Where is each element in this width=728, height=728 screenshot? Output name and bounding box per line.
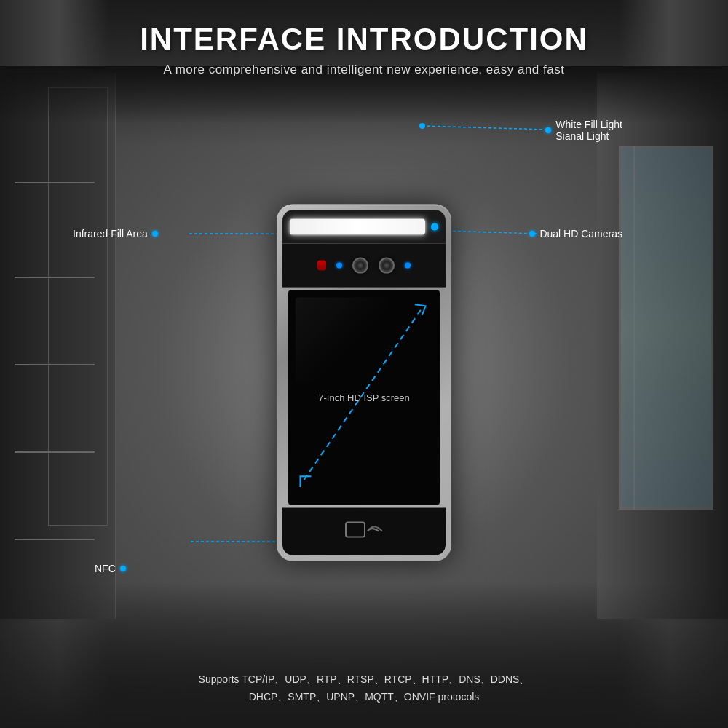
header: INTERFACE INTRODUCTION A more comprehens… bbox=[140, 0, 588, 77]
annotation-dot bbox=[120, 566, 126, 571]
ir-dots-right bbox=[405, 263, 411, 269]
page-title: INTERFACE INTRODUCTION bbox=[140, 22, 588, 57]
white-fill-light-label: White Fill Light bbox=[555, 119, 622, 130]
ir-dot bbox=[336, 263, 342, 269]
main-content: INTERFACE INTRODUCTION A more comprehens… bbox=[0, 0, 728, 728]
annotation-nfc: NFC bbox=[95, 563, 126, 574]
device: 7-Inch HD ISP screen bbox=[277, 205, 451, 561]
annotation-infrared: Infrared Fill Area bbox=[73, 228, 158, 240]
nfc-symbol-svg bbox=[342, 515, 386, 548]
screen-label: 7-Inch HD ISP screen bbox=[318, 392, 409, 403]
light-bar-container bbox=[282, 210, 446, 244]
footer-line1: Supports TCP/IP、UDP、RTP、RTSP、RTCP、HTTP、D… bbox=[199, 671, 530, 689]
signal-light bbox=[431, 223, 438, 231]
annotation-dual-cameras: Dual HD Cameras bbox=[529, 228, 622, 240]
annotation-dot bbox=[529, 231, 535, 237]
diagram-area: 7-Inch HD ISP screen White Fill Light Si… bbox=[36, 84, 692, 652]
annotation-dot bbox=[545, 127, 551, 133]
main-screen: 7-Inch HD ISP screen bbox=[288, 290, 440, 505]
camera-lens-left bbox=[352, 258, 368, 274]
footer: Supports TCP/IP、UDP、RTP、RTSP、RTCP、HTTP、D… bbox=[199, 671, 530, 706]
svg-line-0 bbox=[422, 126, 546, 130]
white-fill-light bbox=[290, 219, 425, 235]
svg-point-1 bbox=[419, 123, 425, 129]
infrared-fill-label: Infrared Fill Area bbox=[73, 228, 148, 240]
footer-line2: DHCP、SMTP、UPNP、MQTT、ONVIF protocols bbox=[199, 689, 530, 706]
dual-cameras-label: Dual HD Cameras bbox=[539, 228, 622, 240]
signal-light-label: Sianal Light bbox=[555, 130, 609, 142]
ir-dot bbox=[405, 263, 411, 269]
svg-rect-9 bbox=[346, 523, 365, 537]
annotation-dot bbox=[152, 231, 158, 237]
camera-area bbox=[282, 244, 446, 288]
ir-dots-left bbox=[336, 263, 342, 269]
camera-lens-right bbox=[379, 258, 395, 274]
annotation-white-fill-light: White Fill Light Sianal Light bbox=[545, 119, 622, 142]
red-indicator bbox=[317, 261, 326, 271]
page-subtitle: A more comprehensive and intelligent new… bbox=[140, 63, 588, 77]
nfc-area bbox=[282, 508, 446, 555]
nfc-label: NFC bbox=[95, 563, 116, 574]
